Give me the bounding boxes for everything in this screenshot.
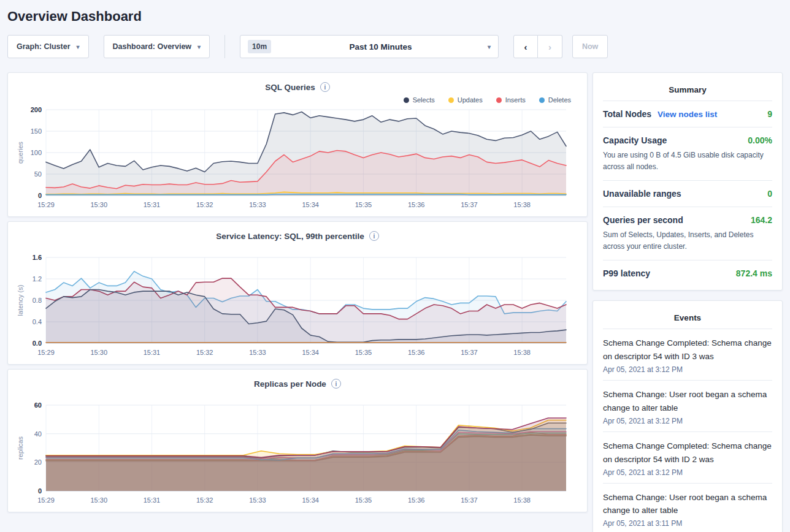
legend-label: Deletes: [548, 96, 571, 104]
events-title: Events: [603, 310, 772, 329]
service-latency-plot[interactable]: 15:2915:3015:3115:3215:3315:3415:3515:36…: [15, 253, 580, 359]
svg-text:0.8: 0.8: [33, 297, 42, 304]
svg-text:1.6: 1.6: [33, 254, 42, 261]
event-text: Schema Change: User root began a schema …: [603, 388, 772, 415]
chart-title: Replicas per Node: [254, 379, 326, 389]
svg-text:15:37: 15:37: [461, 201, 478, 208]
summary-panel: Summary Total Nodes View nodes list 9 Ca…: [592, 72, 783, 291]
svg-text:15:33: 15:33: [249, 201, 266, 208]
svg-text:15:36: 15:36: [408, 201, 425, 208]
time-next-button[interactable]: ›: [538, 35, 562, 58]
svg-text:replicas: replicas: [17, 436, 24, 460]
event-text: Schema Change Completed: Schema change o…: [603, 336, 772, 363]
replicas-per-node-chart-panel: Replicas per Node i 15:2915:3015:3115:32…: [7, 369, 588, 512]
svg-text:15:36: 15:36: [408, 349, 425, 356]
chevron-down-icon: ▾: [77, 44, 80, 50]
svg-text:60: 60: [34, 401, 42, 409]
legend-item-selects: Selects: [404, 95, 435, 105]
event-item: Schema Change: User root began a schema …: [603, 483, 772, 532]
summary-description: Sum of Selects, Updates, Inserts, and De…: [603, 229, 772, 252]
svg-text:15:35: 15:35: [355, 201, 372, 208]
time-range-selector[interactable]: 10m Past 10 Minutes ▾: [240, 35, 499, 58]
svg-text:0.4: 0.4: [33, 318, 42, 325]
summary-row-unavailable-ranges: Unavailable ranges 0: [603, 180, 772, 207]
svg-text:15:32: 15:32: [196, 201, 213, 208]
svg-text:15:29: 15:29: [37, 496, 55, 504]
dashboard-dropdown-label: Dashboard: Overview: [113, 42, 192, 51]
legend-label: Updates: [458, 96, 483, 104]
svg-text:15:29: 15:29: [37, 349, 55, 356]
svg-text:15:38: 15:38: [513, 201, 531, 208]
summary-label: P99 latency: [603, 268, 650, 278]
summary-value: 0.00%: [748, 135, 772, 145]
event-timestamp: Apr 05, 2021 at 3:12 PM: [603, 365, 772, 374]
summary-title: Summary: [603, 82, 772, 101]
svg-text:15:34: 15:34: [302, 201, 319, 208]
summary-row-total-nodes: Total Nodes View nodes list 9: [603, 101, 772, 127]
svg-text:0: 0: [38, 487, 42, 495]
summary-label: Unavailable ranges: [603, 189, 681, 199]
svg-text:latency (s): latency (s): [17, 285, 24, 316]
chevron-down-icon: ▾: [198, 44, 201, 50]
graph-dropdown[interactable]: Graph: Cluster ▾: [7, 35, 89, 58]
svg-text:15:31: 15:31: [144, 496, 161, 504]
summary-description: You are using 0 B of 4.5 GiB usable disk…: [603, 150, 772, 172]
chart-title-row: Replicas per Node i: [15, 377, 580, 390]
view-nodes-list-link[interactable]: View nodes list: [658, 110, 717, 119]
svg-text:15:36: 15:36: [408, 496, 425, 504]
now-button[interactable]: Now: [572, 35, 608, 58]
legend-item-inserts: Inserts: [496, 95, 526, 105]
sql-queries-plot[interactable]: 15:2915:3015:3115:3215:3315:3415:3515:36…: [15, 105, 580, 211]
svg-text:15:33: 15:33: [249, 496, 266, 504]
page-title: Overview Dashboard: [7, 6, 783, 31]
legend-item-updates: Updates: [448, 95, 483, 105]
svg-text:15:31: 15:31: [144, 349, 161, 356]
svg-text:0.0: 0.0: [33, 340, 42, 347]
graph-dropdown-label: Graph: Cluster: [17, 42, 71, 51]
info-icon[interactable]: i: [331, 379, 341, 389]
svg-text:200: 200: [31, 106, 42, 113]
svg-text:1.2: 1.2: [33, 275, 42, 283]
events-panel: Events Schema Change Completed: Schema c…: [592, 300, 783, 532]
dashboard-dropdown[interactable]: Dashboard: Overview ▾: [104, 35, 210, 58]
chart-title-row: SQL Queries i: [15, 80, 580, 94]
legend-label: Selects: [413, 96, 435, 104]
svg-text:15:35: 15:35: [355, 496, 372, 504]
summary-label: Capacity Usage: [603, 135, 667, 145]
charts-column: SQL Queries i Selects Updates Inserts: [7, 72, 588, 532]
event-item: Schema Change Completed: Schema change o…: [603, 431, 772, 483]
summary-row-p99-latency: P99 latency 872.4 ms: [603, 260, 772, 286]
event-text: Schema Change: User root began a schema …: [603, 491, 772, 518]
svg-text:15:30: 15:30: [90, 496, 107, 504]
sql-queries-chart-panel: SQL Queries i Selects Updates Inserts: [7, 72, 588, 217]
svg-text:50: 50: [34, 170, 42, 178]
time-prev-button[interactable]: ‹: [513, 35, 538, 58]
overview-dashboard-page: Overview Dashboard Graph: Cluster ▾ Dash…: [0, 0, 790, 532]
event-timestamp: Apr 05, 2021 at 3:11 PM: [603, 519, 772, 528]
summary-row-queries-per-second: Queries per second 164.2 Sum of Selects,…: [603, 207, 772, 260]
summary-value: 872.4 ms: [736, 268, 772, 278]
info-icon[interactable]: i: [320, 82, 330, 92]
side-column: Summary Total Nodes View nodes list 9 Ca…: [592, 72, 783, 532]
legend-dot: [539, 97, 545, 103]
svg-text:15:37: 15:37: [461, 496, 478, 504]
info-icon[interactable]: i: [369, 231, 379, 241]
summary-row-capacity-usage: Capacity Usage 0.00% You are using 0 B o…: [603, 127, 772, 180]
summary-value: 0: [767, 189, 772, 199]
legend-label: Inserts: [505, 96, 526, 104]
event-timestamp: Apr 05, 2021 at 3:12 PM: [603, 417, 772, 425]
summary-label: Queries per second: [603, 215, 683, 225]
time-arrow-group: ‹ ›: [513, 35, 562, 58]
summary-label: Total Nodes: [603, 109, 651, 119]
chart-title-row: Service Latency: SQL, 99th percentile i: [15, 229, 580, 243]
service-latency-chart-panel: Service Latency: SQL, 99th percentile i …: [7, 221, 588, 365]
chevron-down-icon: ▾: [488, 44, 491, 50]
replicas-per-node-plot[interactable]: 15:2915:3015:3115:3215:3315:3415:3515:36…: [15, 400, 580, 507]
legend-dot: [404, 97, 409, 103]
summary-value: 164.2: [751, 215, 772, 225]
event-text: Schema Change Completed: Schema change o…: [603, 439, 772, 466]
time-range-label: Past 10 Minutes: [280, 42, 481, 51]
svg-text:15:37: 15:37: [461, 349, 478, 356]
svg-text:0: 0: [38, 192, 42, 199]
legend-dot: [448, 97, 454, 103]
